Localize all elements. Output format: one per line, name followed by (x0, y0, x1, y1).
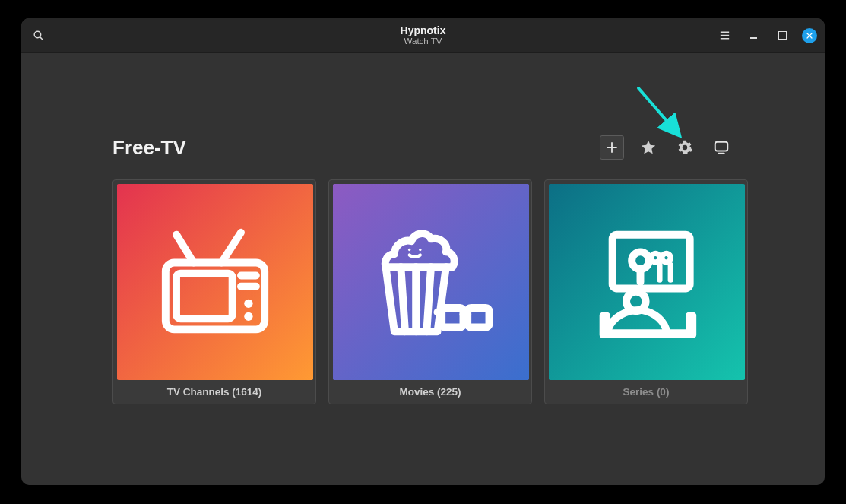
screen-icon (713, 139, 730, 156)
provider-name: Free-TV (112, 136, 186, 160)
main-content: Free-TV (21, 53, 825, 404)
star-icon (640, 139, 657, 156)
svg-point-20 (408, 249, 410, 251)
svg-line-18 (176, 235, 194, 263)
svg-rect-31 (686, 312, 696, 338)
search-icon (32, 29, 45, 42)
svg-point-16 (244, 300, 252, 308)
search-button[interactable] (29, 27, 47, 45)
category-card-movies[interactable]: Movies (225) (328, 179, 532, 404)
cinema-icon (582, 217, 711, 347)
category-label: Movies (225) (333, 380, 528, 398)
category-thumb-tv (117, 184, 313, 380)
category-label: TV Channels (1614) (117, 380, 312, 398)
provider-actions (600, 135, 734, 160)
svg-line-19 (222, 233, 242, 263)
category-label: Series (0) (549, 380, 743, 398)
menu-button[interactable] (715, 27, 734, 45)
category-thumb-series (549, 184, 745, 380)
maximize-button[interactable] (773, 27, 791, 45)
svg-rect-10 (715, 142, 728, 151)
svg-rect-30 (600, 312, 610, 338)
svg-point-21 (419, 249, 421, 251)
svg-line-1 (40, 37, 43, 40)
fullscreen-button[interactable] (709, 135, 734, 160)
minimize-button[interactable] (744, 27, 762, 45)
hamburger-icon (718, 29, 731, 42)
gear-icon (676, 139, 693, 156)
category-thumb-movies (333, 184, 529, 380)
category-card-series[interactable]: Series (0) (544, 179, 748, 404)
category-card-tv[interactable]: TV Channels (1614) (112, 179, 316, 404)
headerbar: Hypnotix Watch TV (21, 18, 825, 53)
app-window: Hypnotix Watch TV Free- (21, 18, 825, 485)
close-icon (805, 31, 814, 40)
popcorn-icon (366, 217, 496, 347)
svg-point-17 (244, 312, 252, 321)
plus-icon (604, 140, 619, 155)
preferences-button[interactable] (673, 135, 697, 160)
new-channel-button[interactable] (600, 135, 624, 160)
tv-icon (151, 217, 280, 347)
svg-rect-13 (176, 274, 233, 319)
headerbar-title-block: Hypnotix Watch TV (401, 24, 446, 46)
app-subtitle: Watch TV (401, 36, 446, 46)
category-cards: TV Channels (1614) (112, 179, 734, 404)
provider-row: Free-TV (112, 135, 734, 160)
favorites-button[interactable] (636, 135, 661, 160)
svg-marker-9 (642, 141, 655, 154)
app-title: Hypnotix (401, 24, 446, 36)
close-button[interactable] (802, 28, 817, 43)
svg-rect-23 (467, 308, 489, 328)
